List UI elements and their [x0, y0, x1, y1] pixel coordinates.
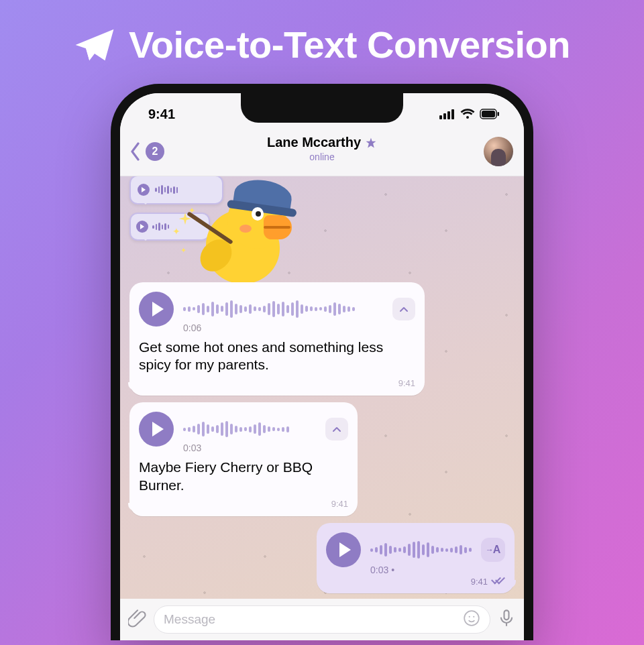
status-icons	[439, 109, 500, 119]
wifi-icon	[460, 109, 475, 119]
voice-duration: 0:03	[183, 443, 348, 453]
telegram-logo-icon	[74, 24, 115, 66]
avatar[interactable]	[484, 137, 513, 166]
svg-point-9	[473, 615, 474, 617]
sticker-smile-icon	[463, 609, 480, 627]
svg-rect-5	[482, 111, 495, 117]
voice-transcript: Get some hot ones and something less spi…	[139, 339, 415, 375]
battery-icon	[480, 109, 500, 119]
chevron-up-icon	[331, 424, 342, 434]
collapse-transcript-button[interactable]	[325, 418, 348, 441]
message-placeholder: Message	[164, 612, 215, 627]
headline-text: Voice-to-Text Conversion	[129, 23, 570, 66]
back-button[interactable]: 2	[128, 142, 164, 161]
phone-screen: 9:41 2 Lane Mccarthy o	[120, 93, 524, 640]
voice-duration: 0:03 •	[370, 565, 394, 575]
phone-notch	[241, 93, 403, 123]
voice-transcript: Maybe Fiery Cherry or BBQ Burner.	[139, 459, 348, 495]
read-receipt-icon	[492, 577, 505, 585]
message-input-bar: Message	[120, 599, 524, 640]
chat-navbar: 2 Lane Mccarthy online	[120, 131, 524, 176]
svg-rect-3	[451, 109, 454, 119]
voice-record-button[interactable]	[497, 609, 516, 630]
svg-rect-10	[504, 610, 509, 620]
sticker-block: ✦✦✦	[129, 183, 515, 276]
svg-point-7	[464, 611, 479, 626]
chevron-up-icon	[398, 304, 409, 314]
svg-rect-1	[443, 113, 446, 119]
status-time: 9:41	[148, 107, 175, 122]
unread-badge: 2	[146, 142, 164, 161]
svg-rect-2	[447, 111, 450, 119]
svg-rect-6	[498, 112, 500, 116]
voice-duration: 0:06	[183, 322, 415, 333]
message-input[interactable]: Message	[154, 605, 490, 634]
cellular-icon	[439, 109, 455, 119]
headline: Voice-to-Text Conversion	[74, 23, 570, 66]
chat-status: online	[267, 152, 377, 162]
attach-button[interactable]	[128, 609, 147, 630]
play-button[interactable]	[326, 532, 361, 567]
microphone-icon	[497, 609, 516, 628]
waveform[interactable]	[183, 296, 383, 322]
chevron-left-icon	[128, 142, 143, 161]
svg-rect-0	[439, 115, 442, 119]
duck-sticker[interactable]: ✦✦✦	[187, 183, 292, 297]
paperclip-icon	[128, 609, 147, 628]
chat-area[interactable]: ✦✦✦	[120, 176, 524, 599]
voice-message-out[interactable]: →A 0:03 • 9:41	[317, 523, 515, 593]
svg-point-8	[469, 615, 470, 617]
chat-title-block[interactable]: Lane Mccarthy online	[267, 135, 377, 162]
premium-star-icon	[365, 137, 377, 149]
transcribe-label: A	[493, 544, 501, 556]
promo-background: Voice-to-Text Conversion 9:41 2	[0, 0, 644, 645]
play-button[interactable]	[139, 292, 174, 327]
chat-contact-name: Lane Mccarthy	[267, 135, 361, 150]
waveform[interactable]	[370, 536, 472, 563]
voice-message-in[interactable]: 0:03 Maybe Fiery Cherry or BBQ Burner. 9…	[129, 402, 358, 516]
voice-message-in[interactable]: 0:06 Get some hot ones and something les…	[129, 282, 425, 396]
message-timestamp: 9:41	[398, 378, 415, 388]
message-timestamp: 9:41	[471, 577, 488, 587]
message-timestamp: 9:41	[331, 499, 348, 509]
phone-frame: 9:41 2 Lane Mccarthy o	[111, 84, 533, 640]
sticker-button[interactable]	[463, 609, 480, 630]
play-button[interactable]	[139, 412, 174, 447]
collapse-transcript-button[interactable]	[392, 298, 415, 320]
transcribe-button[interactable]: →A	[481, 538, 505, 562]
waveform[interactable]	[183, 416, 316, 443]
